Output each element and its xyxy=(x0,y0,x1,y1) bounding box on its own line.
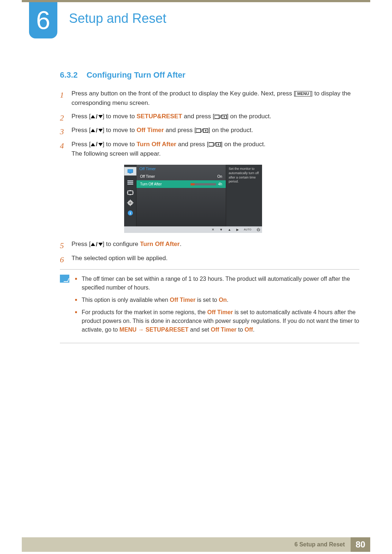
note-icon xyxy=(60,275,69,283)
sidebar-icon-display xyxy=(124,167,136,176)
osd-up-icon: ▲ xyxy=(228,227,231,233)
osd-right-icon: ▶ xyxy=(236,227,239,233)
osd-body: i Off Timer Off Timer On Turn Off After … xyxy=(124,165,262,226)
up-down-icon: / xyxy=(91,126,103,135)
osd-description: Set the monitor to automatically turn of… xyxy=(226,165,262,226)
footer-text: Setup and Reset xyxy=(299,541,345,547)
note-2: This option is only available when Off T… xyxy=(75,296,359,304)
step-2: Press [/] to move to SETUP&RESET and pre… xyxy=(60,112,359,121)
sidebar-icon-list xyxy=(127,179,134,186)
osd-slider xyxy=(191,183,216,185)
osd-row-offtimer: Off Timer On xyxy=(136,173,226,180)
osd-close-icon: ✕ xyxy=(212,227,215,233)
chapter-title: Setup and Reset xyxy=(69,11,166,26)
content: 6.3.2 Configuring Turn Off After Press a… xyxy=(60,69,359,343)
up-down-icon: / xyxy=(91,112,103,122)
svg-rect-9 xyxy=(128,169,133,173)
sidebar-icon-size xyxy=(127,189,134,196)
svg-rect-6 xyxy=(209,143,213,146)
step-3: Press [/] to move to Off Timer and press… xyxy=(60,126,359,135)
osd-main: Off Timer Off Timer On Turn Off After 4h xyxy=(136,165,226,226)
svg-rect-13 xyxy=(127,184,133,185)
enter-icon: / xyxy=(215,113,227,120)
note-1: The off timer can be set within a range … xyxy=(75,275,359,292)
sidebar-icon-info: i xyxy=(127,210,134,216)
svg-rect-12 xyxy=(127,182,133,183)
svg-rect-3 xyxy=(196,129,201,132)
sidebar-icon-settings xyxy=(127,200,134,206)
osd-auto-label: AUTO xyxy=(244,228,252,232)
chapter-number: 6 xyxy=(36,6,50,35)
osd-bottom-bar: ✕ ▼ ▲ ▶ AUTO ⏻ xyxy=(124,226,262,233)
svg-text:/: / xyxy=(201,128,203,133)
up-down-icon: / xyxy=(91,140,103,149)
svg-rect-0 xyxy=(215,115,219,119)
footer-chapter: 6 xyxy=(294,541,298,547)
footer-page-number: 80 xyxy=(351,537,370,552)
osd-row-turnoffafter: Turn Off After 4h xyxy=(136,180,226,188)
osd-down-icon: ▼ xyxy=(220,227,223,233)
footer-bar: 6 Setup and Reset 80 xyxy=(22,537,370,552)
chapter-badge: 6 xyxy=(29,2,57,38)
svg-text:i: i xyxy=(130,211,131,215)
osd-header: Off Timer xyxy=(136,165,226,173)
section-number: 6.3.2 xyxy=(60,70,78,79)
svg-rect-11 xyxy=(127,180,133,181)
svg-text:/: / xyxy=(220,114,221,119)
top-stripe xyxy=(22,0,370,2)
step-6: The selected option will be applied. xyxy=(60,254,359,263)
osd-sidebar: i xyxy=(124,165,136,226)
menu-button-glyph: MENU xyxy=(295,91,311,97)
enter-icon: / xyxy=(209,141,221,148)
svg-text:/: / xyxy=(214,142,216,147)
step-5: Press [/] to configure Turn Off After. xyxy=(60,239,359,249)
notes-box: The off timer can be set within a range … xyxy=(60,269,359,343)
steps-list: Press any button on the front of the pro… xyxy=(60,89,359,263)
svg-point-16 xyxy=(129,202,131,204)
svg-rect-14 xyxy=(128,191,133,194)
svg-rect-10 xyxy=(129,173,131,174)
section-heading: Configuring Turn Off After xyxy=(86,70,185,79)
section-title: 6.3.2 Configuring Turn Off After xyxy=(60,69,359,81)
note-3: For products for the market in some regi… xyxy=(75,308,359,334)
notes-list: The off timer can be set within a range … xyxy=(75,275,359,338)
enter-icon: / xyxy=(196,127,208,134)
osd-screenshot: i Off Timer Off Timer On Turn Off After … xyxy=(124,165,262,233)
step-1: Press any button on the front of the pro… xyxy=(60,89,359,107)
osd-power-icon: ⏻ xyxy=(257,227,260,233)
step-4: Press [/] to move to Turn Off After and … xyxy=(60,140,359,233)
up-down-icon: / xyxy=(91,240,103,249)
